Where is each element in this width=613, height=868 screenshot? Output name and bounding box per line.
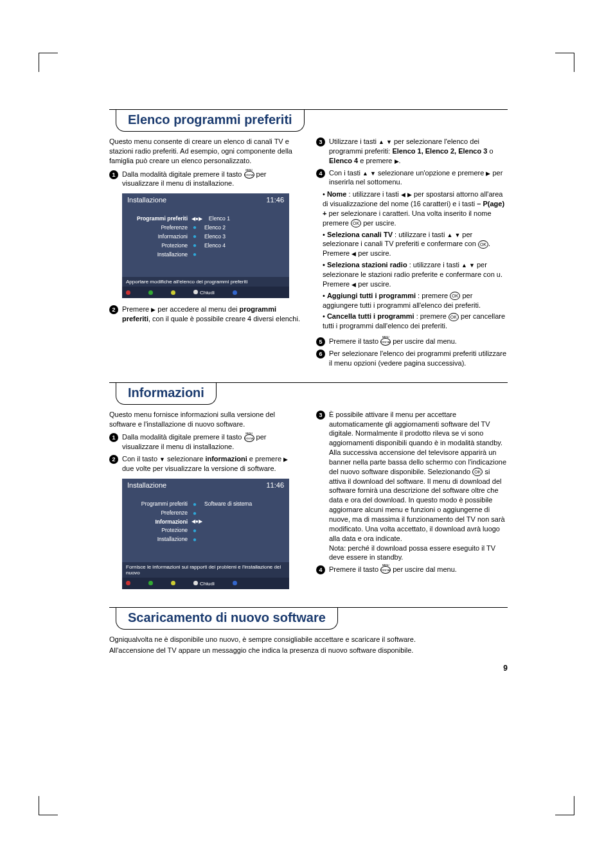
up-arrow-icon: ▲ (461, 262, 467, 269)
section-header-download: Scaricamento di nuovo software (109, 607, 508, 630)
down-arrow-icon: ▼ (386, 139, 392, 145)
ss-color-bar: Chiudi (122, 578, 289, 589)
green-dot-icon (148, 290, 153, 295)
dot-icon: ● (191, 527, 198, 534)
section-header-info: Informazioni (109, 382, 508, 405)
step-4: 4 Con i tasti ▲ ▼ selezionare un'opzione… (316, 168, 508, 188)
list-item: Elenco 2 (198, 224, 226, 231)
tv-screenshot-favorites: Installazione 11:46 Programmi preferiti◀… (122, 193, 289, 298)
text-bold: Seleziona canali TV (327, 231, 393, 238)
ss-time: 11:46 (266, 481, 284, 489)
step-number-icon: 2 (109, 455, 118, 464)
section-title: Informazioni (116, 383, 217, 405)
text: per uscire dal menu. (393, 565, 457, 573)
menu-item: Preferenze (127, 509, 191, 516)
step-number-icon: 5 (316, 337, 325, 346)
text: Premere il tasto (329, 565, 378, 573)
step-1: 1 Dalla modalità digitale premere il tas… (109, 170, 301, 189)
text-bold: Elenco 1, Elenco 2, Elenco 3 (392, 147, 487, 155)
text: Premere (122, 305, 149, 313)
step-number-icon: 4 (316, 565, 325, 574)
text: per selezionare i caratteri. Una volta i… (323, 209, 492, 227)
text: e premere (249, 455, 281, 463)
step-3: 3 Utilizzare i tasti ▲ ▼ per selezionare… (316, 137, 508, 166)
text: : utilizzare i tasti (409, 261, 459, 269)
text: È possibile attivare il menu per accetta… (329, 411, 506, 475)
right-arrow-icon: ▶ (486, 170, 490, 177)
text-bold: Cancella tutti i programmi (327, 312, 414, 320)
ok-icon: OK (449, 313, 459, 321)
right-arrow-icon: ▶ (395, 158, 399, 164)
text: Dalla modalità digitale premere il tasto (122, 433, 242, 441)
step-text: Utilizzare i tasti ▲ ▼ per selezionare l… (329, 137, 508, 166)
white-dot-icon (193, 290, 198, 294)
menu-item: Installazione (127, 251, 191, 258)
note-text: Nota: perché il download possa essere es… (329, 544, 495, 562)
step-text: Premere ▶ per accedere al menu dei progr… (122, 305, 301, 324)
ss-time: 11:46 (266, 196, 284, 204)
bullet-radio: • Seleziona stazioni radio : utilizzare … (323, 260, 508, 289)
bullet-canali: • Seleziona canali TV : utilizzare i tas… (323, 230, 508, 259)
text: , con il quale è possibile creare 4 dive… (148, 315, 300, 323)
text: e premere (360, 157, 392, 164)
close-option: Chiudi (193, 580, 215, 587)
menu-item: Installazione (127, 536, 191, 542)
text: : utilizzare i tasti (349, 190, 399, 198)
right-arrow-icon: ▶ (407, 191, 412, 198)
step-number-icon: 4 (316, 169, 325, 178)
menu-item: Informazioni (127, 233, 191, 240)
ok-icon: OK (351, 219, 361, 227)
menu-item: Protezione (127, 527, 191, 533)
info-step-3: 3 È possibile attivare il menu per accet… (316, 410, 508, 563)
ss-hint: Fornisce le informazioni sui rapporti de… (122, 562, 289, 578)
ss-color-bar: Chiudi (122, 287, 289, 298)
text-bold: Seleziona stazioni radio (327, 261, 407, 269)
text: o (489, 147, 493, 155)
page-number: 9 (503, 664, 508, 673)
bullet-nome: • Nome : utilizzare i tasti ◀ ▶ per spos… (323, 190, 508, 227)
ok-icon: OK (450, 292, 460, 300)
step-text: Per selezionare l'elenco dei programmi p… (329, 349, 508, 368)
dot-icon: ● (191, 500, 198, 508)
text: Utilizzare i tasti (329, 137, 377, 145)
blue-dot-icon (233, 290, 237, 295)
ss-title: Installazione (127, 196, 166, 204)
ss-hint: Apportare modifiche all'elenco dei progr… (122, 277, 289, 287)
bullet-add: • Aggiungi tutti i programmi : premere O… (323, 291, 508, 310)
left-arrow-icon: ◀ (351, 281, 356, 288)
step-text: Dalla modalità digitale premere il tasto… (122, 170, 301, 189)
right-arrow-icon: ▶ (151, 306, 155, 313)
step-number-icon: 2 (109, 305, 118, 314)
list-item: Elenco 3 (198, 233, 226, 240)
step-text: Con i tasti ▲ ▼ selezionare un'opzione e… (329, 168, 508, 188)
down-arrow-icon: ▼ (469, 262, 475, 269)
list-item: Elenco 4 (198, 242, 226, 249)
nav-arrows-icon: ◀●▶ (191, 518, 202, 524)
menu-item: Programmi preferiti (127, 215, 191, 222)
text: : utilizzare i tasti (395, 231, 445, 238)
crop-mark-tr (555, 53, 574, 72)
dot-icon: ● (191, 242, 198, 249)
digital-menu-icon: DIGITAL (244, 434, 254, 442)
dot-icon: ● (191, 536, 198, 543)
bullet-del: • Cancella tutti i programmi : premere O… (323, 312, 508, 331)
page-content: Elenco programmi preferiti Questo menu c… (109, 109, 508, 655)
ss-title: Installazione (127, 481, 166, 489)
favorites-intro: Questo menu consente di creare un elenco… (109, 137, 301, 166)
step-number-icon: 1 (109, 433, 118, 442)
crop-mark-tl (39, 53, 58, 72)
section-title: Elenco programmi preferiti (116, 110, 305, 132)
text-bold: Aggiungi tutti i programmi (327, 292, 416, 299)
text-bold: Nome (327, 190, 347, 198)
step-text: Dalla modalità digitale premere il tasto… (122, 432, 301, 452)
download-body1: Ogniqualvolta ne è disponibile uno nuovo… (109, 635, 508, 644)
info-intro: Questo menu fornisce informazioni sulla … (109, 410, 301, 429)
text: per uscire. (363, 219, 396, 227)
text-bold: Elenco 4 (329, 157, 358, 164)
green-dot-icon (148, 581, 153, 585)
text: per accedere al menu dei (157, 305, 237, 313)
step-text: Premere il tasto DIGITAL per uscire dal … (329, 565, 508, 574)
step-5: 5 Premere il tasto DIGITAL per uscire da… (316, 337, 508, 346)
yellow-dot-icon (171, 581, 175, 585)
info-step-1: 1 Dalla modalità digitale premere il tas… (109, 432, 301, 452)
